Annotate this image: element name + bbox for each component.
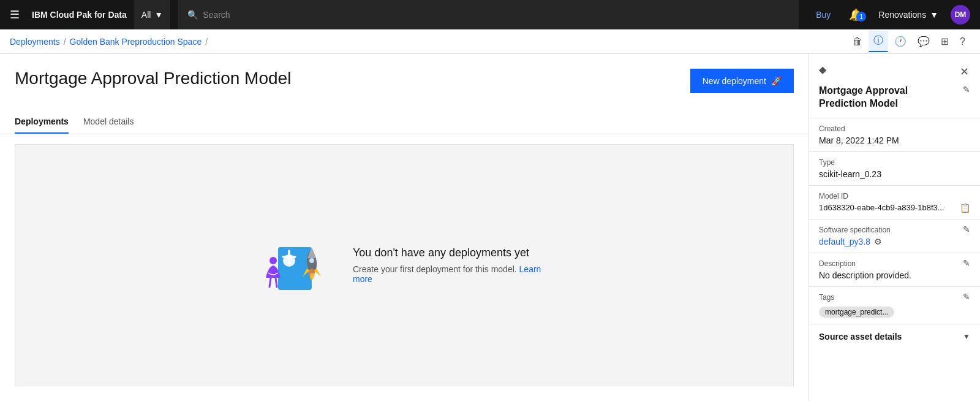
software-spec-label: Software specification xyxy=(819,226,891,234)
notifications-button[interactable]: 🔔 1 xyxy=(840,8,871,21)
comment-icon: 💬 xyxy=(918,36,930,47)
model-id-label: Model ID xyxy=(819,192,970,200)
svg-point-4 xyxy=(270,257,277,264)
content-area: Mortgage Approval Prediction Model New d… xyxy=(0,54,809,401)
search-input[interactable] xyxy=(203,10,789,20)
breadcrumb-deployments-link[interactable]: Deployments xyxy=(10,37,60,47)
type-label: Type xyxy=(819,158,970,167)
panel-type-section: Type scikit-learn_0.23 xyxy=(809,151,980,185)
topnav-right-section: Buy 🔔 1 Renovations ▼ DM xyxy=(806,0,970,29)
grid-view-button[interactable]: ⊞ xyxy=(936,32,954,51)
search-icon: 🔍 xyxy=(187,10,198,20)
model-id-row: 1d638320-eabe-4cb9-a839-1b8f3... 📋 xyxy=(819,203,970,213)
panel-description-section: Description No description provided. ✎ xyxy=(809,253,980,286)
panel-tags-section: Tags mortgage_predict... ✎ xyxy=(809,286,980,324)
content-header-row: Mortgage Approval Prediction Model New d… xyxy=(15,69,794,101)
user-avatar[interactable]: DM xyxy=(951,5,970,25)
search-bar[interactable]: 🔍 xyxy=(178,0,799,29)
panel-model-id-section: Model ID 1d638320-eabe-4cb9-a839-1b8f3..… xyxy=(809,185,980,219)
tag-chip[interactable]: mortgage_predict... xyxy=(819,307,894,318)
panel-created-section: Created Mar 8, 2022 1:42 PM xyxy=(809,118,980,151)
info-panel-button[interactable]: ⓘ xyxy=(869,31,888,52)
hamburger-menu[interactable]: ☰ xyxy=(10,8,20,21)
empty-state-illustration xyxy=(260,229,333,302)
content-header: Mortgage Approval Prediction Model New d… xyxy=(0,54,809,101)
panel-close-button[interactable]: ✕ xyxy=(959,64,970,80)
panel-header: ◆ ✕ xyxy=(809,54,980,85)
history-icon: 🕐 xyxy=(894,36,907,47)
illustration-svg xyxy=(260,229,333,308)
tags-edit-button[interactable]: ✎ xyxy=(963,292,970,302)
empty-state-description: Create your first deployment for this mo… xyxy=(353,264,549,284)
main-layout: Mortgage Approval Prediction Model New d… xyxy=(0,54,980,401)
breadcrumb-separator-2: / xyxy=(205,37,208,47)
software-spec-row: Software specification default_py3.8 ⚙ ✎ xyxy=(819,226,970,246)
top-navigation: ☰ IBM Cloud Pak for Data All ▼ 🔍 Buy 🔔 1… xyxy=(0,0,980,29)
source-asset-section[interactable]: Source asset details ▼ xyxy=(809,324,980,349)
help-icon: ? xyxy=(960,36,965,47)
svg-line-6 xyxy=(276,278,277,287)
tags-row: Tags mortgage_predict... ✎ xyxy=(819,293,970,318)
software-spec-link[interactable]: default_py3.8 xyxy=(819,237,870,246)
workspace-chevron-icon: ▼ xyxy=(930,10,938,20)
brand-name: IBM Cloud Pak for Data xyxy=(32,10,127,20)
category-dropdown[interactable]: All ▼ xyxy=(134,0,170,29)
comment-button[interactable]: 💬 xyxy=(913,32,935,51)
panel-model-title: Mortgage Approval Prediction Model xyxy=(819,85,958,110)
description-row: Description No description provided. ✎ xyxy=(819,259,970,280)
source-asset-title: Source asset details xyxy=(819,332,902,342)
svg-point-13 xyxy=(310,273,314,280)
panel-title-edit-button[interactable]: ✎ xyxy=(963,85,970,94)
description-label: Description xyxy=(819,259,911,268)
diamond-icon: ◆ xyxy=(819,64,826,75)
rocket-icon: 🚀 xyxy=(771,76,782,86)
svg-rect-0 xyxy=(278,247,312,290)
breadcrumb-bar: Deployments / Golden Bank Preproduction … xyxy=(0,29,980,54)
breadcrumb-separator-1: / xyxy=(64,37,66,47)
software-spec-edit-button[interactable]: ✎ xyxy=(963,224,970,234)
trash-icon: 🗑 xyxy=(853,36,862,47)
buy-link[interactable]: Buy xyxy=(806,10,840,20)
tabs-bar: Deployments Model details xyxy=(0,110,809,134)
new-deployment-label: New deployment xyxy=(703,76,766,86)
new-deployment-button[interactable]: New deployment 🚀 xyxy=(690,69,794,93)
tab-deployments[interactable]: Deployments xyxy=(15,110,69,134)
breadcrumb-space-link[interactable]: Golden Bank Preproduction Space xyxy=(70,37,202,47)
empty-state-text: You don't have any deployments yet Creat… xyxy=(353,246,549,284)
settings-icon[interactable]: ⚙ xyxy=(874,237,882,246)
created-label: Created xyxy=(819,124,970,133)
breadcrumb-actions: 🗑 ⓘ 🕐 💬 ⊞ ? xyxy=(848,31,970,52)
workspace-selector[interactable]: Renovations ▼ xyxy=(871,0,946,29)
right-panel: ◆ ✕ Mortgage Approval Prediction Model ✎… xyxy=(809,54,980,401)
model-id-value: 1d638320-eabe-4cb9-a839-1b8f3... xyxy=(819,203,944,212)
tags-label: Tags xyxy=(819,293,894,302)
description-edit-button[interactable]: ✎ xyxy=(963,258,970,268)
empty-state-title: You don't have any deployments yet xyxy=(353,246,549,259)
description-value: No description provided. xyxy=(819,270,911,280)
dropdown-chevron-icon: ▼ xyxy=(154,10,163,20)
chevron-down-icon: ▼ xyxy=(963,332,970,341)
breadcrumb: Deployments / Golden Bank Preproduction … xyxy=(10,37,208,47)
notification-badge: 1 xyxy=(856,12,866,21)
tab-model-details[interactable]: Model details xyxy=(83,110,134,134)
history-button[interactable]: 🕐 xyxy=(889,32,911,51)
svg-point-11 xyxy=(309,258,314,263)
copy-model-id-button[interactable]: 📋 xyxy=(956,203,970,213)
empty-state: You don't have any deployments yet Creat… xyxy=(260,229,549,302)
empty-state-container: You don't have any deployments yet Creat… xyxy=(15,144,794,386)
created-value: Mar 8, 2022 1:42 PM xyxy=(819,136,970,145)
type-value: scikit-learn_0.23 xyxy=(819,169,970,179)
workspace-label: Renovations xyxy=(878,10,926,20)
category-label: All xyxy=(141,10,151,20)
panel-software-spec-section: Software specification default_py3.8 ⚙ ✎ xyxy=(809,219,980,253)
svg-line-5 xyxy=(270,278,271,287)
help-button[interactable]: ? xyxy=(955,32,970,51)
grid-icon: ⊞ xyxy=(941,36,949,47)
delete-button[interactable]: 🗑 xyxy=(848,32,867,51)
info-icon: ⓘ xyxy=(873,34,883,47)
software-spec-value-row: default_py3.8 ⚙ xyxy=(819,237,891,246)
page-title: Mortgage Approval Prediction Model xyxy=(15,69,291,88)
